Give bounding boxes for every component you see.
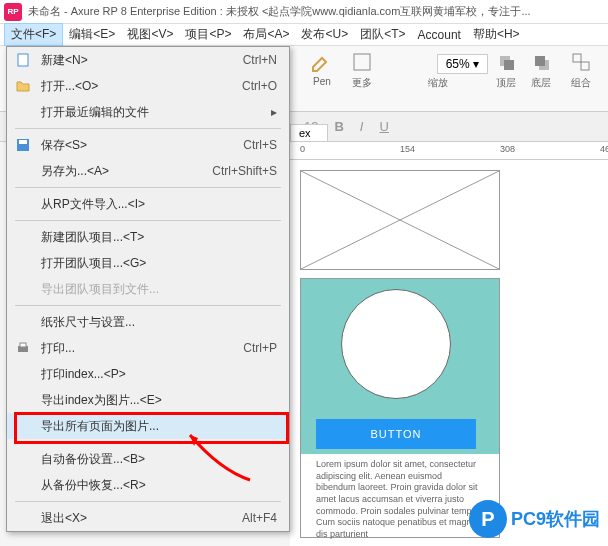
- svg-rect-11: [19, 140, 27, 144]
- svg-rect-9: [18, 54, 28, 66]
- shortcut: Ctrl+P: [243, 341, 277, 355]
- menu-separator: [15, 501, 281, 502]
- ruler-tick: 462: [600, 144, 608, 154]
- placeholder-box[interactable]: [300, 170, 500, 270]
- menu-item-label: 新建团队项目...<T>: [41, 229, 144, 246]
- menu-team[interactable]: 团队<T>: [354, 24, 411, 45]
- canvas[interactable]: BUTTON Lorem ipsum dolor sit amet, conse…: [290, 160, 608, 546]
- canvas-area: ex 0 154 308 462 BUTTON Lorem ipsum dolo…: [290, 142, 608, 546]
- button-widget[interactable]: BUTTON: [316, 419, 476, 449]
- ruler-tick: 308: [500, 144, 515, 154]
- shortcut: Ctrl+Shift+S: [212, 164, 277, 178]
- italic-button[interactable]: I: [356, 117, 368, 136]
- menu-item-label: 自动备份设置...<B>: [41, 451, 145, 468]
- menu-open[interactable]: 打开...<O>Ctrl+O: [7, 73, 289, 99]
- window-title: 未命名 - Axure RP 8 Enterprise Edition : 未授…: [28, 4, 531, 19]
- menu-saveas[interactable]: 另存为...<A>Ctrl+Shift+S: [7, 158, 289, 184]
- menu-account[interactable]: Account: [412, 26, 467, 44]
- tool-group[interactable]: 组合: [569, 50, 593, 90]
- menu-item-label: 打印index...<P>: [41, 366, 126, 383]
- app-logo: RP: [4, 3, 22, 21]
- ruler-horizontal: 0 154 308 462: [290, 142, 608, 160]
- menu-separator: [15, 442, 281, 443]
- menu-separator: [15, 187, 281, 188]
- menu-layout[interactable]: 布局<A>: [237, 24, 295, 45]
- svg-rect-5: [573, 54, 581, 62]
- menu-bar: 文件<F> 编辑<E> 视图<V> 项目<P> 布局<A> 发布<U> 团队<T…: [0, 24, 608, 46]
- watermark-text: PC9软件园: [511, 507, 600, 531]
- menu-export-index-img[interactable]: 导出index为图片...<E>: [7, 387, 289, 413]
- menu-print[interactable]: 打印...Ctrl+P: [7, 335, 289, 361]
- menu-item-label: 导出index为图片...<E>: [41, 392, 162, 409]
- tool-pen[interactable]: Pen: [310, 50, 334, 87]
- pen-icon: [310, 50, 334, 74]
- menu-item-label: 纸张尺寸与设置...: [41, 314, 135, 331]
- bottom-label: 底层: [531, 76, 551, 90]
- menu-edit[interactable]: 编辑<E>: [63, 24, 121, 45]
- tool-bottom[interactable]: 底层: [529, 50, 553, 90]
- underline-button[interactable]: U: [375, 117, 392, 136]
- menu-item-label: 保存<S>: [41, 137, 87, 154]
- submenu-arrow-icon: ▸: [271, 105, 277, 119]
- menu-new-team[interactable]: 新建团队项目...<T>: [7, 224, 289, 250]
- menu-file[interactable]: 文件<F>: [4, 23, 63, 46]
- print-icon: [15, 340, 31, 356]
- bring-front-icon: [494, 50, 518, 74]
- more-icon: [350, 50, 374, 74]
- menu-item-label: 从备份中恢复...<R>: [41, 477, 146, 494]
- lorem-text[interactable]: Lorem ipsum dolor sit amet, consectetur …: [316, 459, 484, 541]
- menu-export-team: 导出团队项目到文件...: [7, 276, 289, 302]
- watermark-logo: P: [469, 500, 507, 538]
- menu-project[interactable]: 项目<P>: [179, 24, 237, 45]
- phone-frame[interactable]: BUTTON Lorem ipsum dolor sit amet, conse…: [300, 278, 500, 538]
- svg-rect-4: [535, 56, 545, 66]
- menu-item-label: 新建<N>: [41, 52, 88, 69]
- tool-more[interactable]: 更多: [350, 50, 374, 90]
- menu-import-rp[interactable]: 从RP文件导入...<I>: [7, 191, 289, 217]
- open-folder-icon: [15, 78, 31, 94]
- svg-rect-13: [20, 343, 26, 347]
- menu-item-label: 另存为...<A>: [41, 163, 109, 180]
- shortcut: Ctrl+N: [243, 53, 277, 67]
- menu-item-label: 打开团队项目...<G>: [41, 255, 146, 272]
- ruler-tick: 0: [300, 144, 305, 154]
- menu-item-label: 退出<X>: [41, 510, 87, 527]
- menu-restore-backup[interactable]: 从备份中恢复...<R>: [7, 472, 289, 498]
- circle-shape[interactable]: [341, 289, 451, 399]
- menu-recent[interactable]: 打开最近编辑的文件▸: [7, 99, 289, 125]
- top-label: 顶层: [496, 76, 516, 90]
- page-tab[interactable]: ex: [290, 124, 328, 141]
- shortcut: Alt+F4: [242, 511, 277, 525]
- menu-exit[interactable]: 退出<X>Alt+F4: [7, 505, 289, 531]
- menu-separator: [15, 220, 281, 221]
- menu-view[interactable]: 视图<V>: [121, 24, 179, 45]
- menu-separator: [15, 128, 281, 129]
- menu-separator: [15, 305, 281, 306]
- zoom-value: 65%: [446, 57, 470, 71]
- menu-page-setup[interactable]: 纸张尺寸与设置...: [7, 309, 289, 335]
- menu-item-label: 打开...<O>: [41, 78, 98, 95]
- shortcut: Ctrl+O: [242, 79, 277, 93]
- file-menu-dropdown: 新建<N>Ctrl+N 打开...<O>Ctrl+O 打开最近编辑的文件▸ 保存…: [6, 46, 290, 532]
- menu-new[interactable]: 新建<N>Ctrl+N: [7, 47, 289, 73]
- ruler-tick: 154: [400, 144, 415, 154]
- menu-item-label: 打印...: [41, 340, 75, 357]
- menu-item-label: 导出所有页面为图片...: [41, 418, 159, 435]
- new-file-icon: [15, 52, 31, 68]
- menu-open-team[interactable]: 打开团队项目...<G>: [7, 250, 289, 276]
- more-label: 更多: [352, 76, 372, 90]
- menu-item-label: 从RP文件导入...<I>: [41, 196, 145, 213]
- tool-top[interactable]: 顶层: [494, 50, 518, 90]
- menu-save[interactable]: 保存<S>Ctrl+S: [7, 132, 289, 158]
- menu-auto-backup[interactable]: 自动备份设置...<B>: [7, 446, 289, 472]
- svg-rect-6: [581, 62, 589, 70]
- menu-publish[interactable]: 发布<U>: [295, 24, 354, 45]
- pen-label: Pen: [313, 76, 331, 87]
- menu-print-index[interactable]: 打印index...<P>: [7, 361, 289, 387]
- zoom-label: 缩放: [428, 76, 448, 90]
- zoom-label-grp: 缩放: [428, 50, 448, 90]
- bold-button[interactable]: B: [330, 117, 347, 136]
- menu-help[interactable]: 帮助<H>: [467, 24, 526, 45]
- shortcut: Ctrl+S: [243, 138, 277, 152]
- menu-export-all-img[interactable]: 导出所有页面为图片...: [7, 413, 289, 439]
